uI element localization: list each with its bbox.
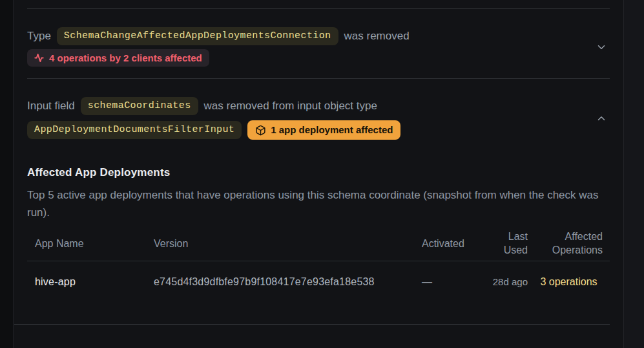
app-deployment-affected-badge: 1 app deployment affected bbox=[247, 120, 400, 140]
cell-activated: — bbox=[422, 275, 486, 288]
panel-title: Affected App Deployments bbox=[27, 166, 610, 179]
change-toggle-row[interactable]: Type SchemaChangeAffectedAppDeploymentsC… bbox=[27, 27, 610, 67]
affected-operations-link[interactable]: 3 operations bbox=[540, 275, 597, 288]
next-change-divider bbox=[14, 324, 610, 325]
change-item-type-removed: Type SchemaChangeAffectedAppDeploymentsC… bbox=[27, 8, 610, 78]
affected-deployments-table: App Name Version Activated Last Used Aff… bbox=[27, 226, 610, 302]
change-suffix: was removed from input object type bbox=[204, 100, 377, 113]
change-badges-line: AppDeploymentDocumentsFilterInput 1 app … bbox=[27, 120, 400, 140]
change-text-block: Input field schemaCoordinates was remove… bbox=[27, 97, 400, 140]
column-header-affected-operations: Affected Operations bbox=[528, 230, 610, 257]
cell-app-name: hive-app bbox=[27, 275, 154, 288]
change-prefix: Input field bbox=[27, 100, 75, 113]
affected-app-deployments-panel: Affected App Deployments Top 5 active ap… bbox=[27, 166, 610, 302]
column-header-activated: Activated bbox=[422, 237, 486, 250]
page: Type SchemaChangeAffectedAppDeploymentsC… bbox=[0, 0, 644, 348]
change-description-line: Input field schemaCoordinates was remove… bbox=[27, 97, 400, 115]
right-gutter bbox=[623, 0, 644, 348]
column-header-app-name: App Name bbox=[27, 237, 154, 250]
change-item-input-field-removed: Input field schemaCoordinates was remove… bbox=[27, 78, 610, 302]
panel-description: Top 5 active app deployments that have o… bbox=[27, 186, 608, 221]
schema-changes-list: Type SchemaChangeAffectedAppDeploymentsC… bbox=[14, 0, 623, 348]
change-description-line: Type SchemaChangeAffectedAppDeploymentsC… bbox=[27, 27, 410, 45]
code-chip-type-name: SchemaChangeAffectedAppDeploymentsConnec… bbox=[57, 27, 338, 45]
change-badges-line: 4 operations by 2 clients affected bbox=[27, 49, 410, 67]
usage-affected-badge: 4 operations by 2 clients affected bbox=[27, 49, 209, 67]
chevron-up-icon bbox=[596, 113, 607, 124]
code-chip-input-type-name: AppDeploymentDocumentsFilterInput bbox=[27, 121, 242, 139]
cell-affected-operations: 3 operations bbox=[528, 275, 610, 288]
table-header-row: App Name Version Activated Last Used Aff… bbox=[27, 226, 610, 261]
change-toggle-row[interactable]: Input field schemaCoordinates was remove… bbox=[27, 97, 610, 140]
expand-change-button[interactable] bbox=[594, 39, 609, 55]
change-prefix: Type bbox=[27, 30, 51, 43]
left-gutter bbox=[0, 0, 14, 348]
usage-affected-label: 4 operations by 2 clients affected bbox=[49, 52, 202, 63]
column-header-last-used: Last Used bbox=[486, 230, 528, 257]
cell-version: e745d4f3d9dfbfe97b9f108417e7e93efa18e538 bbox=[154, 275, 422, 288]
pulse-icon bbox=[34, 53, 44, 63]
table-row: hive-app e745d4f3d9dfbfe97b9f108417e7e93… bbox=[27, 261, 610, 302]
change-suffix: was removed bbox=[344, 30, 410, 43]
cell-last-used: 28d ago bbox=[486, 275, 528, 288]
column-header-version: Version bbox=[154, 237, 422, 250]
chevron-down-icon bbox=[596, 41, 607, 53]
app-deployment-affected-label: 1 app deployment affected bbox=[271, 124, 393, 136]
collapse-change-button[interactable] bbox=[594, 111, 609, 126]
package-icon bbox=[255, 125, 266, 136]
code-chip-field-name: schemaCoordinates bbox=[81, 97, 198, 115]
change-text-block: Type SchemaChangeAffectedAppDeploymentsC… bbox=[27, 27, 410, 67]
